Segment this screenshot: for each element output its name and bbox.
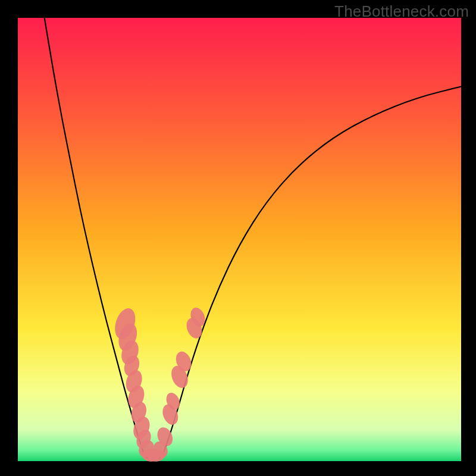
curve-right-branch — [162, 86, 461, 456]
chart-frame: TheBottleneck.com — [0, 0, 476, 476]
watermark-text: TheBottleneck.com — [334, 2, 469, 21]
chart-svg — [18, 18, 461, 461]
data-markers — [111, 305, 208, 462]
